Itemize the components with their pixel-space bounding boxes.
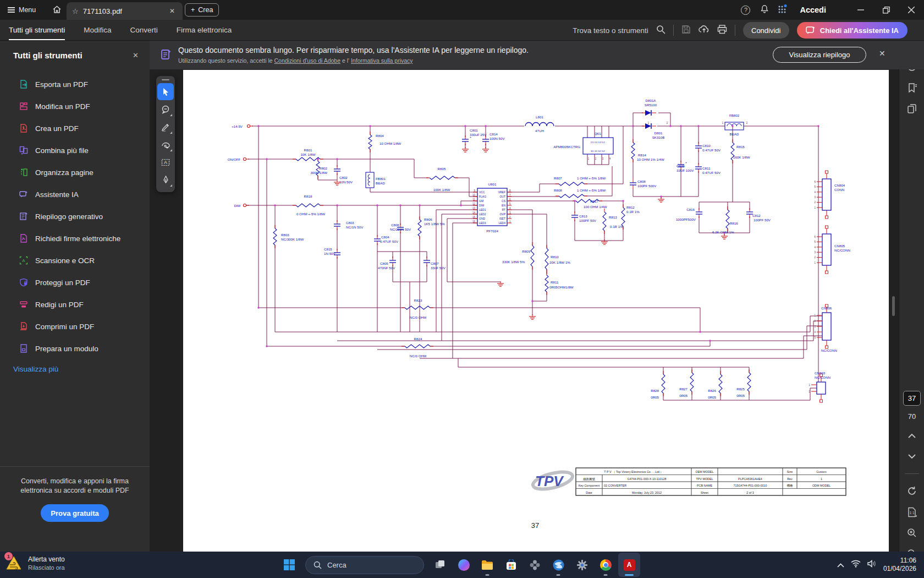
sidebar-item-prepara-modulo[interactable]: Prepara un modulo: [0, 337, 150, 359]
start-button[interactable]: [278, 553, 300, 577]
svg-text:37: 37: [531, 521, 539, 530]
crea-button[interactable]: + Crea: [185, 3, 219, 17]
svg-text:C815: C815: [324, 247, 332, 251]
protect-pdf-icon: [19, 277, 29, 287]
speaker-icon: [867, 560, 877, 568]
document-tab[interactable]: ☆ 7171103.pdf ✕: [67, 2, 183, 20]
accedi-button[interactable]: Accedi: [800, 6, 826, 14]
zoom-in-button[interactable]: [899, 522, 924, 543]
svg-text:C806: C806: [391, 223, 399, 227]
sidebar-item-crea-pdf[interactable]: Crea un PDF: [0, 117, 150, 139]
sidebar-item-combina-file[interactable]: Combina più file: [0, 139, 150, 161]
chrome-button[interactable]: [595, 553, 617, 577]
tab-modifica[interactable]: Modifica: [84, 20, 111, 40]
copilot-button[interactable]: [453, 553, 475, 577]
notifications-button[interactable]: [760, 4, 769, 16]
free-trial-button[interactable]: Prova gratuita: [41, 504, 109, 522]
highlight-tool-button[interactable]: [157, 118, 174, 135]
next-page-button[interactable]: [899, 446, 924, 467]
settings-button[interactable]: [571, 553, 593, 577]
actual-size-button[interactable]: 1:1: [899, 501, 924, 522]
banner-close-icon[interactable]: ✕: [879, 49, 886, 58]
microsoft-store-button[interactable]: [500, 553, 522, 577]
svg-text:10: 10: [472, 194, 476, 197]
request-signatures-icon: [19, 233, 29, 243]
svg-text:5: 5: [814, 241, 816, 243]
svg-text:R818: R818: [304, 194, 312, 198]
sidebar-item-proteggi-pdf[interactable]: Proteggi un PDF: [0, 271, 150, 293]
bookmarks-panel-button[interactable]: [899, 77, 924, 98]
tab-converti[interactable]: Converti: [130, 20, 158, 40]
taskbar-search[interactable]: Cerca: [305, 556, 424, 574]
sidebar-item-redigi-pdf[interactable]: Redigi un PDF: [0, 293, 150, 315]
restore-button[interactable]: [873, 0, 899, 20]
redact-pdf-icon: [19, 299, 29, 309]
find-tools-label[interactable]: Trova testo o strumenti: [573, 26, 648, 35]
toolbar-drag-handle[interactable]: [162, 79, 169, 80]
sidebar-item-modifica-pdf[interactable]: Modifica un PDF: [0, 95, 150, 117]
svg-text:OVP: OVP: [499, 212, 505, 216]
upload-cloud-icon: [698, 25, 710, 34]
previous-page-button[interactable]: [899, 425, 924, 446]
sidebar-item-organizza-pagine[interactable]: Organizza pagine: [0, 161, 150, 183]
help-button[interactable]: ?: [741, 6, 750, 15]
rotate-page-button[interactable]: [899, 481, 924, 501]
svg-text:0R05OHM1/8W: 0R05OHM1/8W: [549, 285, 574, 289]
volume-button[interactable]: [867, 560, 877, 570]
sidebar-item-esporta-pdf[interactable]: Esporta un PDF: [0, 73, 150, 95]
search-button[interactable]: [656, 25, 666, 36]
save-button[interactable]: [681, 25, 691, 36]
menu-button[interactable]: Menu: [8, 4, 36, 15]
sidebar-item-comprimi-pdf[interactable]: Comprimi un PDF: [0, 315, 150, 337]
tab-close-icon[interactable]: ✕: [167, 6, 177, 16]
svg-text:ON/OFF: ON/OFF: [228, 157, 241, 161]
wifi-button[interactable]: [851, 560, 861, 570]
svg-text:10 OHM 1% 1/4W: 10 OHM 1% 1/4W: [637, 157, 664, 161]
svg-text:線路圖號: 線路圖號: [582, 477, 595, 481]
minimize-button[interactable]: [848, 0, 873, 20]
privacy-link[interactable]: Informativa sulla privacy: [351, 57, 413, 64]
adobe-terms-link[interactable]: Condizioni d'uso di Adobe: [274, 57, 341, 64]
acrobat-taskbar-button[interactable]: A: [618, 553, 640, 577]
weather-widget[interactable]: 1 Allerta vento Rilasciato ora: [6, 554, 65, 572]
widgets-button[interactable]: [524, 553, 546, 577]
draw-tool-button[interactable]: [157, 136, 174, 153]
tab-firma-elettronica[interactable]: Firma elettronica: [177, 20, 232, 40]
vertical-scrollbar[interactable]: [892, 296, 895, 316]
sidebar-item-assistente-ia[interactable]: Assistente IA: [0, 183, 150, 205]
svg-text:C812: C812: [752, 214, 761, 217]
svg-text:R803: R803: [281, 233, 289, 237]
tray-chevron-button[interactable]: [837, 560, 844, 570]
sidebar-item-richiedi-firme[interactable]: Richiedi firme elettroniche: [0, 227, 150, 249]
home-button[interactable]: [52, 5, 62, 17]
tab-tutti-gli-strumenti[interactable]: Tutti gli strumenti: [9, 20, 65, 40]
star-icon[interactable]: ☆: [72, 7, 79, 15]
sidebar-close-icon[interactable]: ✕: [133, 51, 139, 59]
condividi-button[interactable]: Condividi: [743, 22, 789, 39]
print-button[interactable]: [717, 25, 727, 36]
svg-text:2: 2: [814, 201, 816, 204]
svg-text:1000PF500V: 1000PF500V: [676, 217, 696, 221]
fill-sign-tool-button[interactable]: [157, 171, 174, 188]
clock[interactable]: 11:06 01/04/2026: [883, 557, 916, 573]
sidebar-item-scansione-ocr[interactable]: A Scansione e OCR: [0, 249, 150, 271]
view-more-link[interactable]: Visualizza più: [0, 359, 150, 373]
svg-text:4: 4: [814, 331, 816, 334]
page-thumbnails-button[interactable]: [899, 98, 924, 119]
current-page-input[interactable]: 37: [903, 391, 921, 406]
select-tool-button[interactable]: [157, 83, 174, 100]
task-view-button[interactable]: [429, 553, 451, 577]
svg-text:S1 G1 S2 G2: S1 G1 S2 G2: [591, 150, 605, 152]
close-button[interactable]: [899, 0, 924, 20]
view-summary-button[interactable]: Visualizza riepilogo: [773, 47, 866, 63]
upload-cloud-button[interactable]: [698, 25, 710, 36]
ask-ai-assistant-button[interactable]: Chiedi all'Assistente IA: [797, 22, 908, 39]
sidebar-item-riepilogo-generativo[interactable]: Riepilogo generativo: [0, 205, 150, 227]
svg-text:NC/CONN: NC/CONN: [834, 248, 850, 252]
text-select-tool-button[interactable]: A: [157, 154, 174, 171]
apps-grid-button[interactable]: [778, 4, 788, 16]
comment-tool-button[interactable]: [157, 101, 174, 118]
thunderbird-button[interactable]: [547, 553, 569, 577]
file-explorer-button[interactable]: [476, 553, 498, 577]
svg-text:R808: R808: [554, 188, 562, 192]
